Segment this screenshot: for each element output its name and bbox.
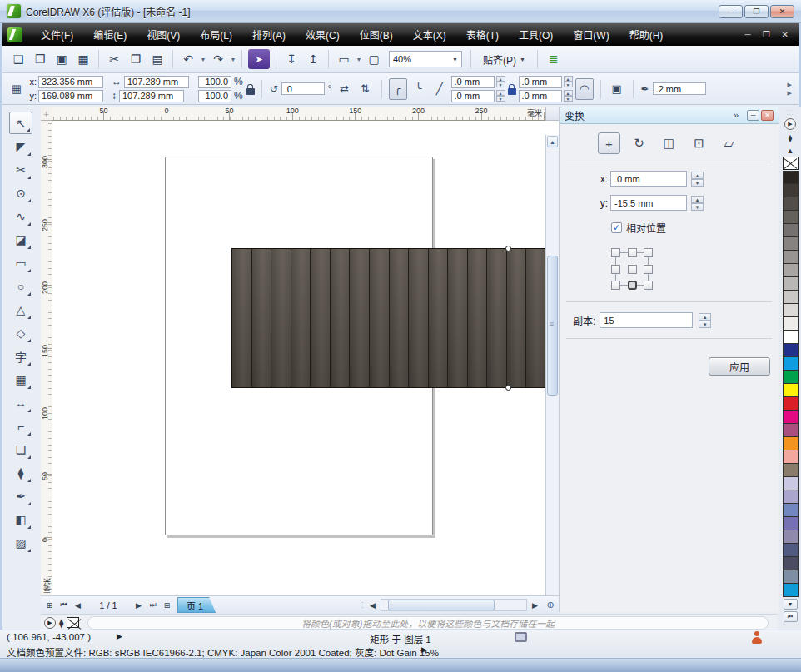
selection-node-bottom[interactable] <box>505 385 511 391</box>
mirror-vertical-button[interactable]: ⇅ <box>356 78 375 100</box>
object-y-input[interactable]: 169.089 mm <box>38 90 103 102</box>
anchor-point-selected[interactable] <box>628 281 637 290</box>
export-button[interactable]: ↥ <box>302 49 324 69</box>
connector-tool[interactable]: ⌐ <box>9 415 32 437</box>
text-tool[interactable]: 字 <box>9 345 32 367</box>
drawing-canvas[interactable] <box>52 121 545 595</box>
copy-button[interactable]: ❐ <box>125 49 147 69</box>
transform-scale-mirror-button[interactable]: ◫ <box>658 132 680 154</box>
minimize-button[interactable]: ─ <box>719 5 743 18</box>
anchor-point[interactable] <box>644 265 653 274</box>
outline-pen-tool[interactable]: ✒ <box>9 485 32 507</box>
rectangle-copy[interactable] <box>526 249 545 387</box>
ellipse-tool[interactable]: ○ <box>9 275 32 297</box>
transform-y-input[interactable]: -15.5 mm <box>610 195 687 211</box>
rectangle-copy[interactable] <box>311 249 331 387</box>
profile-flyout-icon[interactable]: ▶ <box>421 645 427 654</box>
vertical-scrollbar[interactable]: ▲ ▼ <box>545 135 559 610</box>
redo-button[interactable]: ↷ <box>207 49 229 69</box>
color-swatch[interactable] <box>783 344 799 357</box>
color-swatch[interactable] <box>783 237 799 251</box>
import-button[interactable]: ↧ <box>281 49 302 69</box>
scale-y-input[interactable]: 100.0 <box>198 90 231 102</box>
new-document-button[interactable]: ❑ <box>7 49 29 69</box>
menu-item-t[interactable]: 表格(T) <box>456 24 509 45</box>
object-width-input[interactable]: 107.289 mm <box>124 76 189 88</box>
navigator-zoom-button[interactable]: ⊕ <box>542 598 559 613</box>
scale-x-input[interactable]: 100.0 <box>198 76 231 88</box>
menu-item-o[interactable]: 工具(O) <box>509 24 563 45</box>
spinner[interactable]: ▲▼ <box>496 76 505 87</box>
round-corner-button[interactable]: ╭ <box>389 78 407 100</box>
smart-fill-tool[interactable]: ◪ <box>9 228 32 251</box>
toolbar-overflow-button[interactable]: ▶▶ <box>788 82 794 97</box>
freehand-tool[interactable]: ∿ <box>9 205 32 227</box>
lock-corners-icon[interactable] <box>508 88 516 95</box>
color-swatch[interactable] <box>783 557 799 570</box>
shape-tool[interactable]: ◤ <box>9 135 32 157</box>
rectangle-copy[interactable] <box>448 249 468 387</box>
menu-item-w[interactable]: 窗口(W) <box>563 24 619 45</box>
last-page-button[interactable]: ⏭ <box>146 598 160 613</box>
color-swatch[interactable] <box>783 171 799 184</box>
menu-item-x[interactable]: 文本(X) <box>403 24 456 45</box>
rectangle-copy[interactable] <box>390 249 410 387</box>
selection-node-top[interactable] <box>505 246 511 251</box>
transform-x-input[interactable]: .0 mm <box>610 171 687 187</box>
color-swatch[interactable] <box>783 371 799 384</box>
scrollbar-splitter[interactable]: ⋮ <box>359 601 366 609</box>
color-swatch[interactable] <box>783 304 799 317</box>
mdi-minimize-button[interactable]: ─ <box>745 30 751 39</box>
relative-position-checkbox[interactable]: ✓ <box>611 222 622 233</box>
horizontal-scrollbar[interactable] <box>381 599 527 611</box>
menu-item-b[interactable]: 位图(B) <box>350 24 403 45</box>
fullscreen-preview-button-dropdown[interactable]: ▼ <box>355 49 363 69</box>
color-swatch[interactable] <box>783 184 799 197</box>
anchor-point[interactable] <box>611 265 620 274</box>
vertical-ruler[interactable]: 毫米 300250200150100500 <box>41 121 52 595</box>
relative-corner-scaling-button[interactable]: ◠ <box>575 78 594 100</box>
corner-radius-3-input[interactable]: .0 mm <box>519 76 562 88</box>
object-height-input[interactable]: 107.289 mm <box>119 90 184 102</box>
docker-minimize-button[interactable]: ─ <box>747 110 759 121</box>
anchor-point[interactable] <box>628 265 637 274</box>
docker-expand-icon[interactable]: » <box>734 110 739 120</box>
chamfered-corner-button[interactable]: ╱ <box>430 78 449 100</box>
scalloped-corner-button[interactable]: ╰ <box>410 78 428 100</box>
rectangle-copy[interactable] <box>291 249 311 387</box>
dimension-tool[interactable]: ↔ <box>9 391 32 414</box>
anchor-point[interactable] <box>628 248 637 257</box>
mdi-close-button[interactable]: ✕ <box>782 30 789 39</box>
rectangle-copy[interactable] <box>507 249 527 387</box>
color-eyedropper-tool[interactable]: ⧫ <box>9 461 32 484</box>
copies-input[interactable]: 15 <box>600 312 693 328</box>
membership-icon[interactable] <box>750 631 763 644</box>
ruler-origin-button[interactable]: ＋ <box>41 107 52 121</box>
vertical-scroll-thumb[interactable] <box>547 256 558 396</box>
spinner[interactable]: ▲▼ <box>699 313 711 328</box>
color-swatch[interactable] <box>783 357 799 371</box>
color-swatch[interactable] <box>783 544 799 557</box>
color-swatch[interactable] <box>783 224 799 237</box>
mdi-restore-button[interactable]: ❐ <box>763 30 770 39</box>
rectangle-copy[interactable] <box>409 249 429 387</box>
first-page-button[interactable]: ⏮ <box>57 598 71 613</box>
tray-eyedropper-icon[interactable]: ⧫ <box>59 618 63 629</box>
restore-button[interactable]: ❐ <box>744 5 769 18</box>
apply-button[interactable]: 应用 <box>709 357 770 376</box>
interactive-fill-tool[interactable]: ▨ <box>9 531 32 554</box>
spinner[interactable]: ▲▼ <box>564 90 573 102</box>
close-button[interactable]: ✕ <box>770 5 794 18</box>
menu-item-h[interactable]: 帮助(H) <box>619 24 674 45</box>
rotation-angle-input[interactable]: .0 <box>281 82 325 95</box>
table-tool[interactable]: ▦ <box>9 368 32 391</box>
fill-tool[interactable]: ◧ <box>9 508 32 530</box>
anchor-point[interactable] <box>611 248 620 257</box>
color-swatch[interactable] <box>783 437 799 450</box>
rectangle-copy[interactable] <box>350 249 370 387</box>
color-swatch[interactable] <box>783 464 799 477</box>
fullscreen-preview-button[interactable]: ▭ <box>333 49 355 69</box>
application-launcher-button[interactable]: ➤ <box>248 49 270 69</box>
add-page-after-button[interactable]: ⊞ <box>160 598 174 613</box>
palette-scroll-up-icon[interactable]: ▲ <box>784 144 798 157</box>
